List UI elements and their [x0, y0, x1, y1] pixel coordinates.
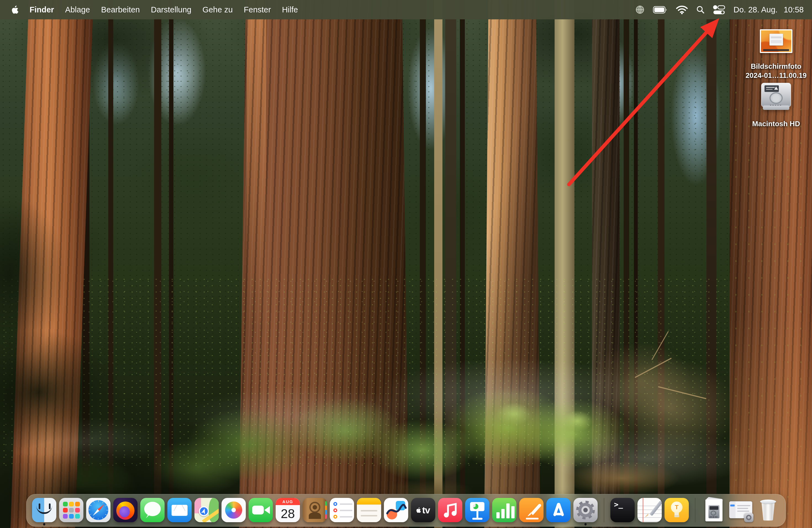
music-icon [438, 498, 462, 522]
desktop-icon-screenshot[interactable]: Bildschirmfoto 2024-01…11.00.19 [743, 29, 809, 80]
menu-bar-clock[interactable]: Do. 28. Aug. 10:58 [734, 5, 804, 14]
menu-darstellung[interactable]: Darstellung [151, 5, 191, 14]
dock-item-system-settings[interactable] [574, 498, 598, 522]
search-icon[interactable] [696, 5, 705, 14]
documents-stack-icon [701, 498, 726, 522]
dock-item-contacts[interactable] [303, 498, 327, 522]
menu-gehe-zu[interactable]: Gehe zu [202, 5, 233, 14]
terminal-icon: >_ [610, 498, 635, 522]
tips-glyph: T [671, 501, 682, 513]
launchpad-icon [59, 498, 83, 522]
dock-item-documents-stack[interactable] [701, 498, 726, 522]
menu-fenster[interactable]: Fenster [244, 5, 271, 14]
dock-item-music[interactable] [438, 498, 462, 522]
menu-ablage[interactable]: Ablage [65, 5, 90, 14]
dock-item-keynote[interactable] [465, 498, 489, 522]
control-center-icon[interactable] [713, 5, 725, 15]
dock-separator [604, 498, 604, 522]
dock-item-facetime[interactable] [249, 498, 273, 522]
menu-hilfe[interactable]: Hilfe [282, 5, 298, 14]
dock-item-tips[interactable]: T [665, 498, 689, 522]
photos-icon [221, 498, 246, 522]
dock-item-launchpad[interactable] [59, 498, 83, 522]
clock-time: 10:58 [784, 5, 804, 14]
dock-item-safari[interactable] [86, 498, 111, 522]
desktop-wallpaper [0, 0, 812, 528]
maps-icon [194, 498, 219, 522]
screenshot-label-line2: 2024-01…11.00.19 [745, 71, 807, 80]
dock-item-finder[interactable] [32, 498, 56, 522]
macintosh-hd-label: Macintosh HD [752, 119, 800, 128]
textedit-icon [637, 498, 662, 522]
globe-icon[interactable] [635, 5, 644, 14]
menu-app-name[interactable]: Finder [30, 5, 54, 14]
finder-icon [32, 498, 56, 522]
dock-item-terminal[interactable]: >_ [610, 498, 635, 522]
numbers-icon [492, 498, 517, 522]
clock-date: Do. 28. Aug. [734, 5, 778, 14]
dock-item-minimized-settings-window[interactable] [729, 498, 753, 522]
dock-item-trash[interactable] [756, 498, 780, 522]
menu-bearbeiten[interactable]: Bearbeiten [101, 5, 140, 14]
app-store-icon [546, 498, 570, 522]
dock-item-photos[interactable] [221, 498, 246, 522]
trash-icon [756, 498, 780, 522]
dock-item-freeform[interactable] [384, 498, 408, 522]
dock-item-mail[interactable] [168, 498, 192, 522]
dock-item-numbers[interactable] [492, 498, 517, 522]
dock-item-apple-tv[interactable]: tv [411, 498, 435, 522]
freeform-icon [384, 498, 408, 522]
screenshot-thumbnail-icon [760, 29, 793, 53]
battery-icon[interactable] [653, 6, 668, 14]
safari-icon [86, 498, 111, 522]
dock: AUG 28 tv [26, 494, 786, 527]
hard-drive-icon [760, 83, 792, 111]
desktop-icon-macintosh-hd[interactable]: Macintosh HD [743, 83, 809, 128]
contacts-icon [303, 498, 327, 522]
dock-item-firefox[interactable] [113, 498, 137, 522]
apple-menu-icon[interactable] [12, 5, 18, 14]
tips-icon: T [665, 498, 689, 522]
dock-item-notes[interactable] [357, 498, 381, 522]
system-settings-icon [574, 498, 598, 522]
dock-item-maps[interactable] [194, 498, 219, 522]
running-indicator [584, 523, 586, 526]
running-indicator [43, 523, 45, 526]
reminders-icon [330, 498, 354, 522]
dock-item-pages[interactable] [519, 498, 543, 522]
calendar-month: AUG [276, 498, 300, 505]
dock-item-reminders[interactable] [330, 498, 354, 522]
dock-item-messages[interactable] [140, 498, 164, 522]
dock-separator [695, 498, 695, 522]
pages-icon [519, 498, 543, 522]
mail-icon [168, 498, 192, 522]
wallpaper-layer-foreground-branches [0, 0, 812, 528]
calendar-icon: AUG 28 [276, 498, 300, 522]
facetime-icon [249, 498, 273, 522]
apple-tv-icon: tv [411, 498, 435, 522]
wifi-icon[interactable] [676, 5, 688, 14]
notes-icon [357, 498, 381, 522]
dock-item-app-store[interactable] [546, 498, 570, 522]
screenshot-label-line1: Bildschirmfoto [751, 62, 801, 71]
dock-item-calendar[interactable]: AUG 28 [276, 498, 300, 522]
terminal-glyph: >_ [614, 500, 623, 509]
apple-tv-glyph: tv [422, 505, 430, 516]
firefox-icon [113, 498, 137, 522]
menu-bar: Finder Ablage Bearbeiten Darstellung Geh… [0, 0, 812, 19]
minimized-window-icon [729, 498, 753, 522]
calendar-day: 28 [276, 505, 300, 522]
dock-item-textedit[interactable] [637, 498, 662, 522]
messages-icon [140, 498, 164, 522]
keynote-icon [465, 498, 489, 522]
